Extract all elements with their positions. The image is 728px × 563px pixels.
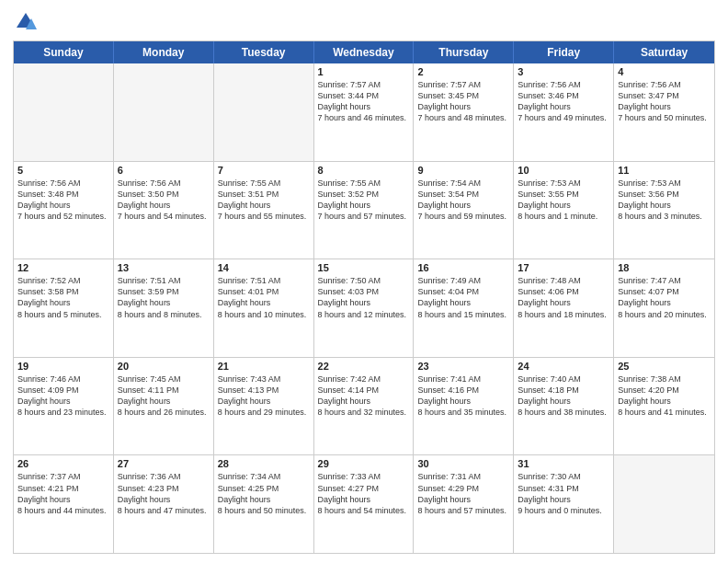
daylight-label: Daylight hours	[518, 495, 571, 504]
daylight-label: Daylight hours	[518, 201, 571, 210]
daylight-value: 7 hours and 48 minutes.	[417, 113, 506, 122]
day-cell-21: 21Sunrise: 7:43 AMSunset: 4:13 PMDayligh…	[214, 358, 314, 455]
sunrise-label: Sunrise: 7:36 AM	[118, 472, 181, 481]
daylight-label: Daylight hours	[118, 396, 171, 406]
day-cell-31: 31Sunrise: 7:30 AMSunset: 4:31 PMDayligh…	[514, 455, 614, 553]
day-cell-25: 25Sunrise: 7:38 AMSunset: 4:20 PMDayligh…	[614, 358, 714, 455]
day-cell-20: 20Sunrise: 7:45 AMSunset: 4:11 PMDayligh…	[114, 358, 214, 455]
day-number: 8	[318, 165, 410, 176]
sunrise-label: Sunrise: 7:33 AM	[318, 472, 381, 481]
empty-cell	[14, 63, 114, 161]
day-number: 3	[518, 66, 609, 77]
day-cell-24: 24Sunrise: 7:40 AMSunset: 4:18 PMDayligh…	[514, 358, 614, 455]
day-info: Sunrise: 7:49 AMSunset: 4:04 PMDaylight …	[417, 275, 509, 320]
day-header-friday: Friday	[514, 41, 614, 63]
sunrise-label: Sunrise: 7:38 AM	[618, 374, 681, 384]
sunset-label: Sunset: 4:14 PM	[318, 385, 380, 395]
sunset-label: Sunset: 3:47 PM	[618, 91, 679, 100]
day-number: 27	[118, 458, 210, 469]
sunrise-label: Sunrise: 7:54 AM	[417, 178, 481, 188]
day-number: 29	[318, 458, 410, 469]
empty-cell	[114, 63, 214, 161]
daylight-value: 8 hours and 47 minutes.	[118, 506, 207, 515]
day-cell-7: 7Sunrise: 7:55 AMSunset: 3:51 PMDaylight…	[214, 162, 314, 259]
day-number: 25	[618, 361, 711, 372]
day-number: 23	[417, 361, 509, 372]
daylight-label: Daylight hours	[618, 298, 671, 307]
day-number: 11	[618, 165, 711, 176]
day-number: 7	[218, 165, 310, 176]
sunset-label: Sunset: 3:58 PM	[17, 287, 79, 296]
daylight-value: 8 hours and 20 minutes.	[618, 310, 707, 319]
sunrise-label: Sunrise: 7:37 AM	[17, 472, 81, 481]
daylight-value: 7 hours and 54 minutes.	[118, 212, 207, 221]
sunrise-label: Sunrise: 7:56 AM	[618, 80, 681, 89]
day-cell-16: 16Sunrise: 7:49 AMSunset: 4:04 PMDayligh…	[414, 259, 514, 357]
sunrise-label: Sunrise: 7:46 AM	[17, 374, 81, 384]
daylight-value: 8 hours and 3 minutes.	[618, 212, 702, 221]
day-info: Sunrise: 7:56 AMSunset: 3:50 PMDaylight …	[118, 178, 210, 223]
daylight-value: 8 hours and 57 minutes.	[417, 506, 506, 515]
day-info: Sunrise: 7:41 AMSunset: 4:16 PMDaylight …	[417, 373, 509, 419]
daylight-label: Daylight hours	[218, 396, 271, 406]
day-info: Sunrise: 7:56 AMSunset: 3:47 PMDaylight …	[618, 79, 711, 124]
daylight-label: Daylight hours	[417, 495, 471, 504]
sunset-label: Sunset: 4:06 PM	[518, 287, 579, 296]
daylight-label: Daylight hours	[618, 102, 671, 111]
daylight-value: 7 hours and 46 minutes.	[318, 113, 407, 122]
day-cell-14: 14Sunrise: 7:51 AMSunset: 4:01 PMDayligh…	[214, 259, 314, 357]
day-number: 14	[218, 262, 310, 273]
day-cell-23: 23Sunrise: 7:41 AMSunset: 4:16 PMDayligh…	[414, 358, 514, 455]
sunset-label: Sunset: 4:18 PM	[518, 385, 579, 395]
day-info: Sunrise: 7:37 AMSunset: 4:21 PMDaylight …	[17, 471, 109, 516]
sunrise-label: Sunrise: 7:45 AM	[118, 374, 181, 384]
day-cell-28: 28Sunrise: 7:34 AMSunset: 4:25 PMDayligh…	[214, 455, 314, 553]
sunset-label: Sunset: 3:59 PM	[118, 287, 179, 296]
sunset-label: Sunset: 4:31 PM	[518, 484, 579, 493]
sunrise-label: Sunrise: 7:41 AM	[417, 374, 481, 384]
daylight-label: Daylight hours	[318, 102, 371, 111]
day-info: Sunrise: 7:53 AMSunset: 3:56 PMDaylight …	[618, 178, 711, 223]
daylight-label: Daylight hours	[118, 298, 171, 307]
daylight-label: Daylight hours	[218, 298, 271, 307]
daylight-value: 7 hours and 59 minutes.	[417, 212, 506, 221]
daylight-label: Daylight hours	[17, 396, 71, 406]
sunset-label: Sunset: 3:54 PM	[417, 190, 479, 199]
day-info: Sunrise: 7:40 AMSunset: 4:18 PMDaylight …	[518, 373, 609, 419]
sunrise-label: Sunrise: 7:31 AM	[417, 472, 481, 481]
daylight-label: Daylight hours	[318, 495, 371, 504]
daylight-label: Daylight hours	[318, 298, 371, 307]
sunrise-label: Sunrise: 7:56 AM	[118, 178, 181, 188]
day-cell-8: 8Sunrise: 7:55 AMSunset: 3:52 PMDaylight…	[314, 162, 415, 259]
sunset-label: Sunset: 3:55 PM	[518, 190, 579, 199]
sunset-label: Sunset: 4:11 PM	[118, 385, 179, 395]
sunset-label: Sunset: 3:52 PM	[318, 190, 380, 199]
day-cell-12: 12Sunrise: 7:52 AMSunset: 3:58 PMDayligh…	[14, 259, 114, 357]
day-info: Sunrise: 7:51 AMSunset: 4:01 PMDaylight …	[218, 275, 310, 320]
daylight-value: 9 hours and 0 minutes.	[518, 506, 602, 515]
daylight-value: 7 hours and 50 minutes.	[618, 113, 707, 122]
daylight-value: 7 hours and 55 minutes.	[218, 212, 307, 221]
day-header-thursday: Thursday	[414, 41, 514, 63]
day-number: 18	[618, 262, 711, 273]
day-info: Sunrise: 7:45 AMSunset: 4:11 PMDaylight …	[118, 373, 210, 419]
day-cell-19: 19Sunrise: 7:46 AMSunset: 4:09 PMDayligh…	[14, 358, 114, 455]
sunrise-label: Sunrise: 7:53 AM	[518, 178, 581, 188]
sunset-label: Sunset: 4:25 PM	[218, 484, 279, 493]
day-cell-18: 18Sunrise: 7:47 AMSunset: 4:07 PMDayligh…	[614, 259, 714, 357]
day-cell-22: 22Sunrise: 7:42 AMSunset: 4:14 PMDayligh…	[314, 358, 415, 455]
daylight-value: 8 hours and 50 minutes.	[218, 506, 307, 515]
daylight-value: 8 hours and 12 minutes.	[318, 310, 407, 319]
day-number: 13	[118, 262, 210, 273]
day-info: Sunrise: 7:43 AMSunset: 4:13 PMDaylight …	[218, 373, 310, 419]
daylight-value: 8 hours and 23 minutes.	[17, 408, 107, 417]
day-info: Sunrise: 7:56 AMSunset: 3:46 PMDaylight …	[518, 79, 609, 124]
sunset-label: Sunset: 3:50 PM	[118, 190, 179, 199]
day-number: 5	[17, 165, 109, 176]
sunrise-label: Sunrise: 7:55 AM	[318, 178, 381, 188]
sunrise-label: Sunrise: 7:40 AM	[518, 374, 581, 384]
week-row-1: 1Sunrise: 7:57 AMSunset: 3:44 PMDaylight…	[14, 63, 714, 162]
daylight-value: 8 hours and 8 minutes.	[118, 310, 202, 319]
sunset-label: Sunset: 4:27 PM	[318, 484, 380, 493]
calendar-body: 1Sunrise: 7:57 AMSunset: 3:44 PMDaylight…	[14, 63, 714, 553]
